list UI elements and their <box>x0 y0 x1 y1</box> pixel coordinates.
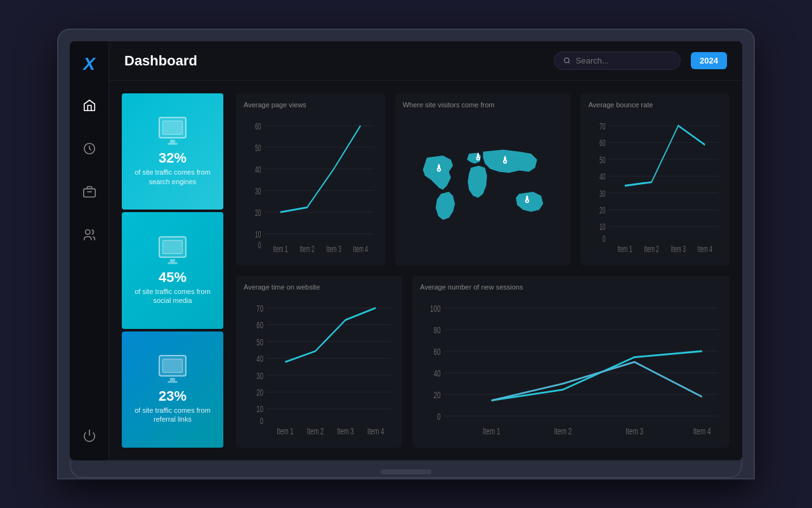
chart-content-bounce: 70 60 50 40 30 20 10 0 Item 1 <box>588 114 722 258</box>
svg-text:Item 1: Item 1 <box>273 243 288 254</box>
sidebar-item-home[interactable] <box>77 93 102 117</box>
charts-top-row: Average page views <box>236 93 730 265</box>
svg-text:20: 20 <box>433 389 440 401</box>
monitor-icon-1 <box>159 117 187 145</box>
chart-title-sessions: Average number of new sessions <box>420 283 722 291</box>
chart-title-bounce: Average bounce rate <box>588 101 722 109</box>
stat-card-referral: 23% of site traffic comes from referral … <box>122 331 223 448</box>
sidebar-item-power[interactable] <box>77 424 102 448</box>
stat-card-search: 32% of site traffic comes from search en… <box>122 93 223 210</box>
svg-text:70: 70 <box>599 121 605 131</box>
chart-bounce-rate: Average bounce rate <box>580 93 730 265</box>
svg-text:Item 3: Item 3 <box>625 425 643 436</box>
svg-text:50: 50 <box>255 142 261 153</box>
search-bar[interactable] <box>554 51 681 70</box>
dashboard-icon <box>82 142 96 156</box>
svg-text:Item 2: Item 2 <box>299 243 315 254</box>
svg-text:40: 40 <box>256 354 263 364</box>
stat-card-social: 45% of site traffic comes from social me… <box>122 212 223 328</box>
chart-new-sessions: Average number of new sessions <box>412 276 730 448</box>
charts-bottom-row: Average time on website <box>236 276 730 448</box>
stat-percentage-1: 32% <box>159 151 187 165</box>
svg-point-6 <box>565 58 570 63</box>
svg-text:Item 1: Item 1 <box>618 243 633 254</box>
time-chart-svg: 70 60 50 40 30 20 10 0 Item 1 <box>244 296 395 440</box>
svg-text:Item 3: Item 3 <box>337 425 353 436</box>
svg-text:30: 30 <box>255 185 261 196</box>
svg-text:0: 0 <box>260 416 263 427</box>
svg-text:Item 4: Item 4 <box>353 243 369 254</box>
stat-cards: 32% of site traffic comes from search en… <box>122 93 223 448</box>
sidebar-nav <box>77 93 102 424</box>
svg-text:60: 60 <box>599 137 605 148</box>
svg-text:20: 20 <box>256 387 263 398</box>
sidebar-item-briefcase[interactable] <box>77 180 102 204</box>
chart-title-visitors: Where site visitors come from <box>403 101 563 109</box>
svg-text:100: 100 <box>430 302 441 314</box>
svg-text:Item 2: Item 2 <box>645 243 660 254</box>
dashboard-body: 32% of site traffic comes from search en… <box>109 81 742 460</box>
world-map-svg <box>403 114 563 258</box>
page-views-chart-svg: 60 50 40 30 20 10 0 Item 1 <box>244 114 377 258</box>
svg-text:80: 80 <box>433 324 440 335</box>
header: Dashboard 2024 <box>109 41 742 81</box>
svg-text:Item 2: Item 2 <box>554 425 572 436</box>
stat-percentage-2: 45% <box>159 271 187 284</box>
chart-avg-page-views: Average page views <box>236 93 385 265</box>
monitor-icon-3 <box>159 355 187 383</box>
search-input[interactable] <box>576 56 671 65</box>
team-icon <box>82 228 96 242</box>
svg-text:Item 3: Item 3 <box>671 243 686 254</box>
stat-percentage-3: 23% <box>159 389 187 403</box>
chart-content-time: 70 60 50 40 30 20 10 0 Item 1 <box>244 296 395 440</box>
briefcase-icon <box>82 185 96 199</box>
sidebar-item-dashboard[interactable] <box>77 137 102 161</box>
world-map <box>403 114 563 258</box>
svg-text:60: 60 <box>256 320 263 331</box>
svg-text:20: 20 <box>599 204 605 215</box>
svg-text:70: 70 <box>256 303 263 314</box>
svg-text:Item 4: Item 4 <box>693 425 711 436</box>
stat-description-2: of site traffic comes from social media <box>128 287 217 305</box>
monitor-icon-2 <box>159 236 187 264</box>
svg-text:10: 10 <box>599 222 605 232</box>
chart-visitors-map: Where site visitors come from <box>395 93 571 265</box>
year-badge[interactable]: 2024 <box>691 52 727 69</box>
power-icon <box>82 429 96 443</box>
chart-content-sessions: 100 80 60 40 20 0 Item 1 Item 2 Item 3 <box>420 296 722 440</box>
svg-text:Item 4: Item 4 <box>698 243 713 254</box>
svg-text:20: 20 <box>255 207 261 218</box>
svg-point-4 <box>85 230 89 234</box>
svg-text:Item 1: Item 1 <box>483 425 501 436</box>
chart-title-time: Average time on website <box>244 283 395 291</box>
main-content: Dashboard 2024 <box>109 41 742 460</box>
sidebar-item-team[interactable] <box>77 223 102 247</box>
svg-text:40: 40 <box>255 164 261 175</box>
sessions-chart-svg: 100 80 60 40 20 0 Item 1 Item 2 Item 3 <box>420 296 722 440</box>
stat-description-1: of site traffic comes from search engine… <box>128 168 217 186</box>
svg-text:Item 2: Item 2 <box>307 425 324 436</box>
svg-text:Item 4: Item 4 <box>367 425 384 436</box>
svg-text:10: 10 <box>256 404 263 415</box>
sidebar-bottom <box>77 424 102 448</box>
svg-text:60: 60 <box>433 346 440 358</box>
chart-title-page-views: Average page views <box>244 101 377 109</box>
chart-time-on-website: Average time on website <box>236 276 402 448</box>
svg-text:50: 50 <box>256 337 263 347</box>
svg-text:Item 1: Item 1 <box>277 425 293 436</box>
svg-text:Item 3: Item 3 <box>326 243 341 254</box>
home-icon <box>82 98 96 112</box>
search-icon <box>563 57 571 65</box>
svg-rect-1 <box>83 189 95 197</box>
chart-content-page-views: 60 50 40 30 20 10 0 Item 1 <box>244 114 377 258</box>
svg-text:50: 50 <box>599 154 605 165</box>
svg-text:10: 10 <box>255 229 261 239</box>
svg-text:40: 40 <box>433 368 440 379</box>
svg-text:40: 40 <box>599 171 605 182</box>
sidebar: X <box>70 41 109 460</box>
svg-text:0: 0 <box>603 234 606 244</box>
stat-description-3: of site traffic comes from referral link… <box>128 406 217 424</box>
svg-text:0: 0 <box>258 239 261 250</box>
logo: X <box>83 54 95 74</box>
svg-text:0: 0 <box>437 411 441 422</box>
